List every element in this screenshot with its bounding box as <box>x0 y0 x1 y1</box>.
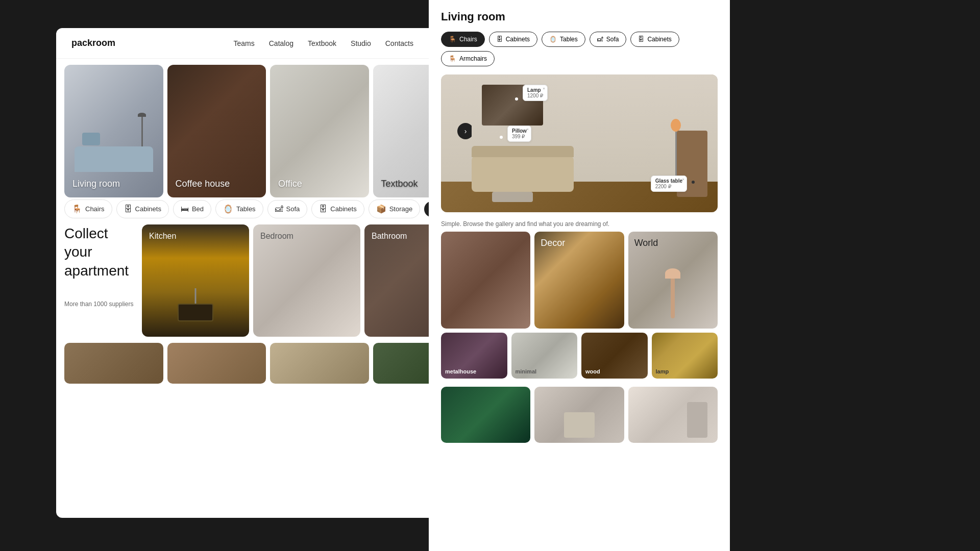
bottom-card-2[interactable] <box>534 387 624 443</box>
storage-icon: 📦 <box>376 204 386 214</box>
bottom-card-3[interactable] <box>628 387 718 443</box>
hero-office[interactable]: Office <box>270 65 369 197</box>
detail-title: Living room <box>441 10 718 23</box>
wood-label: wood <box>585 368 600 374</box>
sink-shape <box>178 304 213 321</box>
description-text: Simple. Browse the gallery and find what… <box>429 220 730 232</box>
tab-sofa-icon: 🛋 <box>597 36 603 43</box>
detail-header: Living room 🪑 Chairs 🗄 Cabinets 🪞 Tables… <box>429 0 730 66</box>
collect-section: Collect your apartment More than 1000 su… <box>56 224 480 337</box>
bottom-row <box>429 383 730 453</box>
nav-teams[interactable]: Teams <box>234 39 255 47</box>
hero-coffee-house[interactable]: Coffee house <box>167 65 266 197</box>
nav-contacts[interactable]: Contacts <box>385 39 413 47</box>
filter-sofa[interactable]: 🛋 Sofa <box>267 200 308 218</box>
tab-armchairs[interactable]: 🪑 Armchairs <box>441 51 495 66</box>
glass-table-price-tag[interactable]: Glass table 2200 ₽ <box>651 176 687 192</box>
detail-tabs: 🪑 Chairs 🗄 Cabinets 🪞 Tables 🛋 Sofa 🗄 Ca… <box>441 32 718 66</box>
nav-links: Teams Catalog Textbook Studio Contacts <box>234 39 414 48</box>
style-metalhouse[interactable]: metalhouse <box>441 333 507 379</box>
tab-tables-icon: 🪞 <box>549 36 557 43</box>
faucet-shape <box>195 288 197 304</box>
nav-catalog[interactable]: Catalog <box>269 39 293 47</box>
coffee-house-label: Coffee house <box>176 179 230 189</box>
bed-icon: 🛏 <box>181 205 189 214</box>
decor-label: Decor <box>541 238 565 248</box>
bedroom-card[interactable]: Bedroom <box>253 224 360 337</box>
gallery-grid: Decor World <box>429 232 730 329</box>
cabinets2-icon: 🗄 <box>319 205 327 214</box>
office-label: Office <box>278 179 302 189</box>
suppliers-text: More than 1000 suppliers <box>64 300 136 308</box>
bottom-card-1[interactable] <box>441 387 530 443</box>
textbook-label: Textbook <box>381 179 418 189</box>
logo: packroom <box>71 38 115 48</box>
preview-sofa <box>472 156 574 192</box>
style-lamp[interactable]: lamp <box>652 333 718 379</box>
next-arrow[interactable]: › <box>457 123 472 139</box>
nav-textbook[interactable]: Textbook <box>308 39 336 47</box>
kitchen-label: Kitchen <box>149 232 176 241</box>
bathroom-label: Bathroom <box>372 232 407 241</box>
filter-tables[interactable]: 🪞 Tables <box>215 199 263 218</box>
style-tags: metalhouse minimal wood lamp <box>429 329 730 383</box>
bedroom-label: Bedroom <box>260 232 293 241</box>
thumb-3[interactable] <box>270 343 369 384</box>
tab-chairs[interactable]: 🪑 Chairs <box>441 32 485 47</box>
gallery-card-decor[interactable]: Decor <box>534 232 624 329</box>
filter-cabinets-2[interactable]: 🗄 Cabinets <box>311 200 364 218</box>
lamp-style-label: lamp <box>656 368 669 374</box>
gallery-card-bedroom[interactable] <box>441 232 530 329</box>
dot-indicator-1 <box>515 97 518 101</box>
tab-cabinets2[interactable]: 🗄 Cabinets <box>630 32 679 47</box>
tab-sofa[interactable]: 🛋 Sofa <box>590 32 627 47</box>
room-cards: Kitchen Bedroom Bathroom <box>142 224 472 337</box>
tables-icon: 🪞 <box>223 204 233 214</box>
world-label: World <box>634 238 658 248</box>
chairs-icon: 🪑 <box>72 204 82 214</box>
cabinets-icon: 🗄 <box>124 205 132 214</box>
style-wood[interactable]: wood <box>581 333 648 379</box>
tab-cabinets2-icon: 🗄 <box>638 36 644 43</box>
thumb-1[interactable] <box>64 343 163 384</box>
detail-panel: Living room 🪑 Chairs 🗄 Cabinets 🪞 Tables… <box>429 0 730 551</box>
hero-living-room[interactable]: Living room <box>64 65 163 197</box>
metalhouse-label: metalhouse <box>445 368 476 374</box>
dot-indicator-3 <box>692 181 695 184</box>
thumb-2[interactable] <box>167 343 266 384</box>
sofa-icon: 🛋 <box>275 205 283 214</box>
filter-storage[interactable]: 📦 Storage <box>369 199 421 218</box>
tab-chairs-icon: 🪑 <box>449 36 456 43</box>
collect-title: Collect your apartment <box>64 224 136 280</box>
tab-tables[interactable]: 🪞 Tables <box>542 32 585 47</box>
kitchen-card[interactable]: Kitchen <box>142 224 249 337</box>
filter-chairs[interactable]: 🪑 Chairs <box>64 199 112 218</box>
style-minimal[interactable]: minimal <box>511 333 578 379</box>
preview-lamp-head <box>671 119 681 132</box>
tab-cabinets[interactable]: 🗄 Cabinets <box>489 32 537 47</box>
dot-indicator-2 <box>500 136 503 139</box>
collect-text: Collect your apartment More than 1000 su… <box>64 224 136 337</box>
filter-cabinets-1[interactable]: 🗄 Cabinets <box>116 200 169 218</box>
living-room-label: Living room <box>72 179 120 189</box>
main-page: packroom Teams Catalog Textbook Studio C… <box>56 28 480 518</box>
pillow-price-tag[interactable]: Pillow 399 ₽ <box>507 126 531 142</box>
filter-bed[interactable]: 🛏 Bed <box>173 200 211 218</box>
bottom-thumbnails <box>56 337 480 384</box>
tab-cabinets-icon: 🗄 <box>497 36 503 43</box>
minimal-label: minimal <box>516 368 537 374</box>
tab-armchairs-icon: 🪑 <box>449 55 456 62</box>
nav-studio[interactable]: Studio <box>351 39 371 47</box>
lamp-price-tag[interactable]: Lamp 1200 ₽ <box>523 85 548 101</box>
filter-bar: 🪑 Chairs 🗄 Cabinets 🛏 Bed 🪞 Tables 🛋 Sof… <box>56 199 480 224</box>
navbar: packroom Teams Catalog Textbook Studio C… <box>56 28 480 59</box>
room-preview: Lamp 1200 ₽ Pillow 399 ₽ Glass table 220… <box>441 74 718 212</box>
gallery-card-world[interactable]: World <box>628 232 718 329</box>
preview-table <box>492 192 533 202</box>
